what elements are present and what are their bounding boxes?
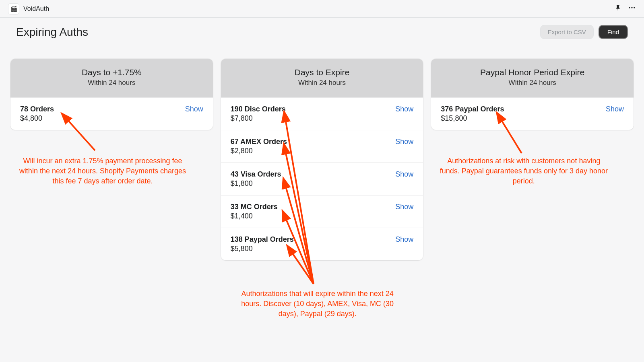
show-link[interactable]: Show	[185, 105, 203, 113]
row-amount: $15,800	[441, 114, 504, 123]
more-icon[interactable]	[628, 4, 636, 14]
card-days-to-expire: Days to Expire Within 24 hours 190 Disc …	[221, 59, 423, 260]
row-main: 33 MC Orders $1,400	[231, 203, 278, 220]
column-days-to-fee: Days to +1.75% Within 24 hours 78 Orders…	[10, 59, 213, 260]
card-title: Days to Expire	[225, 68, 419, 77]
show-link[interactable]: Show	[395, 170, 413, 179]
show-link[interactable]: Show	[395, 203, 413, 211]
row-main: 67 AMEX Orders $2,800	[231, 138, 287, 155]
header-actions: Export to CSV Find	[540, 25, 628, 39]
page-title: Expiring Auths	[16, 26, 88, 39]
card-row: 376 Paypal Orders $15,800 Show	[431, 97, 634, 130]
card-row: 190 Disc Orders $7,800 Show	[221, 97, 423, 130]
card-row: 33 MC Orders $1,400 Show	[221, 195, 423, 228]
card-row: 138 Paypal Orders $5,800 Show	[221, 228, 423, 260]
row-title: 190 Disc Orders	[231, 105, 286, 113]
row-main: 43 Visa Orders $1,800	[231, 170, 281, 188]
row-main: 190 Disc Orders $7,800	[231, 105, 286, 123]
svg-point-1	[631, 7, 632, 8]
show-link[interactable]: Show	[395, 105, 413, 113]
app-name: VoidAuth	[23, 5, 49, 12]
show-link[interactable]: Show	[395, 138, 413, 146]
card-subtitle: Within 24 hours	[435, 79, 630, 87]
row-title: 78 Orders	[20, 105, 54, 113]
row-amount: $5,800	[231, 245, 294, 253]
card-subtitle: Within 24 hours	[14, 79, 209, 87]
card-title: Days to +1.75%	[14, 68, 209, 77]
row-title: 376 Paypal Orders	[441, 105, 504, 113]
card-subtitle: Within 24 hours	[225, 79, 419, 87]
app-icon: 🎬	[8, 3, 19, 14]
row-amount: $1,400	[231, 212, 278, 220]
annotation-text-3: Authorizations at risk with customers no…	[439, 156, 608, 187]
export-csv-button[interactable]: Export to CSV	[540, 25, 594, 39]
row-title: 43 Visa Orders	[231, 170, 281, 179]
pin-icon[interactable]	[615, 4, 621, 13]
row-title: 67 AMEX Orders	[231, 138, 287, 146]
row-amount: $1,800	[231, 179, 281, 188]
row-main: 78 Orders $4,800	[20, 105, 54, 123]
row-main: 138 Paypal Orders $5,800	[231, 235, 294, 253]
annotation-text-2: Authorizations that will expire within t…	[233, 289, 402, 319]
row-main: 376 Paypal Orders $15,800	[441, 105, 504, 123]
annotation-text-1: Will incur an extra 1.75% payment proces…	[16, 156, 189, 187]
column-days-to-expire: Days to Expire Within 24 hours 190 Disc …	[221, 59, 423, 260]
row-amount: $2,800	[231, 147, 287, 155]
row-amount: $4,800	[20, 114, 54, 123]
page-header: Expiring Auths Export to CSV Find	[0, 18, 644, 48]
column-paypal-honor: Paypal Honor Period Expire Within 24 hou…	[431, 59, 634, 260]
card-row: 67 AMEX Orders $2,800 Show	[221, 130, 423, 162]
top-bar-right	[615, 4, 636, 14]
content: Days to +1.75% Within 24 hours 78 Orders…	[0, 48, 644, 260]
card-header: Days to Expire Within 24 hours	[221, 59, 423, 97]
find-button[interactable]: Find	[599, 25, 628, 39]
show-link[interactable]: Show	[606, 105, 624, 113]
row-title: 138 Paypal Orders	[231, 235, 294, 244]
top-bar: 🎬 VoidAuth	[0, 0, 644, 18]
svg-point-2	[634, 7, 635, 8]
top-bar-left: 🎬 VoidAuth	[8, 3, 49, 14]
card-days-to-fee: Days to +1.75% Within 24 hours 78 Orders…	[10, 59, 213, 130]
card-row: 43 Visa Orders $1,800 Show	[221, 162, 423, 195]
row-amount: $7,800	[231, 114, 286, 123]
card-title: Paypal Honor Period Expire	[435, 68, 630, 77]
card-paypal-honor: Paypal Honor Period Expire Within 24 hou…	[431, 59, 634, 130]
row-title: 33 MC Orders	[231, 203, 278, 211]
card-header: Days to +1.75% Within 24 hours	[10, 59, 213, 97]
card-row: 78 Orders $4,800 Show	[10, 97, 213, 130]
show-link[interactable]: Show	[395, 235, 413, 244]
svg-point-0	[629, 7, 630, 8]
card-header: Paypal Honor Period Expire Within 24 hou…	[431, 59, 634, 97]
